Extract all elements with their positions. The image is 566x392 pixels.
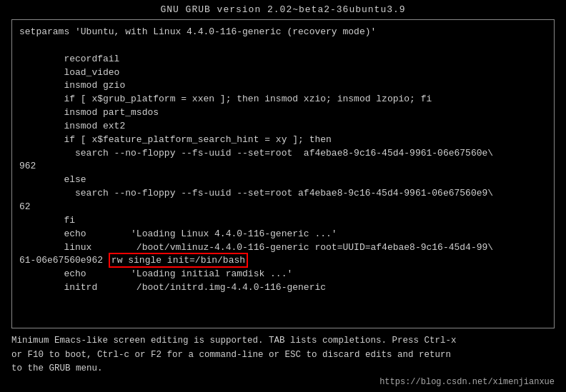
code-line-8: if [ x$feature_platform_search_hint = xy…: [19, 134, 547, 147]
code-line-9: search --no-floppy --fs-uuid --set=root …: [19, 147, 547, 161]
code-line-14: fi: [19, 214, 547, 228]
code-line-11: else: [19, 174, 547, 187]
code-line-19: initrd /boot/initrd.img-4.4.0-116-generi…: [19, 281, 547, 295]
code-line-3: load_video: [19, 66, 547, 80]
highlighted-command[interactable]: rw single init=/bin/bash: [109, 253, 248, 268]
code-line-13: 62: [19, 201, 547, 214]
bottom-help-area: Minimum Emacs-like screen editing is sup…: [11, 328, 555, 392]
code-line-0: setparams 'Ubuntu, with Linux 4.4.0-116-…: [19, 26, 547, 39]
title-text: GNU GRUB version 2.02~beta2-36ubuntu3.9: [160, 4, 405, 15]
code-line-2: recordfail: [19, 53, 547, 66]
main-editor-area: setparams 'Ubuntu, with Linux 4.4.0-116-…: [11, 19, 555, 328]
title-bar: GNU GRUB version 2.02~beta2-36ubuntu3.9: [0, 0, 566, 19]
code-line-15: echo 'Loading Linux 4.4.0-116-generic ..…: [19, 228, 547, 241]
code-line-10: 962: [19, 160, 547, 174]
watermark-text: https://blog.csdn.net/ximenjianxue: [11, 376, 555, 389]
help-text: Minimum Emacs-like screen editing is sup…: [11, 334, 555, 376]
code-line-6: insmod part_msdos: [19, 106, 547, 120]
code-line-17: 61-06e67560e962 rw single init=/bin/bash: [19, 254, 547, 268]
code-line-1: [19, 39, 547, 53]
code-line-18: echo 'Loading initial ramdisk ...': [19, 268, 547, 281]
code-line-16: linux /boot/vmlinuz-4.4.0-116-generic ro…: [19, 241, 547, 255]
code-line-4: insmod gzio: [19, 79, 547, 93]
code-line-12: search --no-floppy --fs-uuid --set=root …: [19, 187, 547, 201]
code-line-5: if [ x$grub_platform = xxen ]; then insm…: [19, 93, 547, 106]
code-line-7: insmod ext2: [19, 120, 547, 134]
